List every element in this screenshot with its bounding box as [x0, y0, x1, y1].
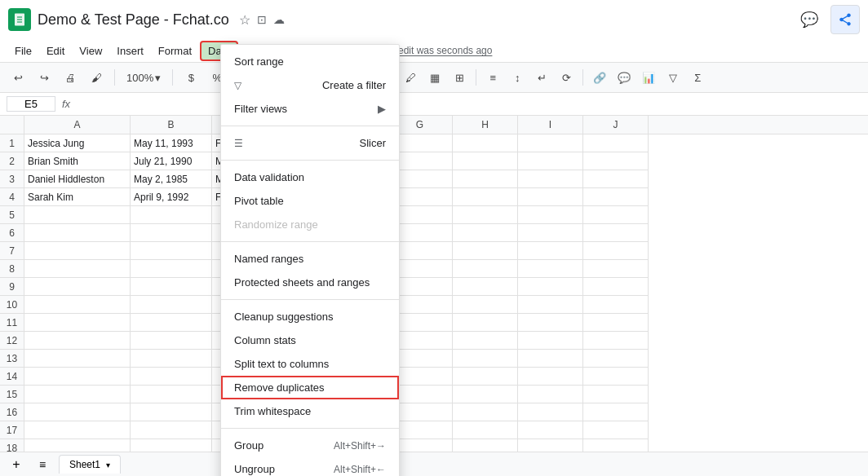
- redo-btn[interactable]: ↪: [33, 66, 55, 89]
- cell-h9[interactable]: [453, 278, 518, 296]
- cell-i2[interactable]: [518, 152, 583, 170]
- cell-a4[interactable]: Sarah Kim: [24, 188, 131, 206]
- link-btn[interactable]: 🔗: [588, 66, 611, 89]
- cell-a16[interactable]: [24, 403, 131, 421]
- cell-h6[interactable]: [453, 224, 518, 242]
- cell-b2[interactable]: July 21, 1990: [131, 152, 212, 170]
- trim-whitespace-item[interactable]: Trim whitespace: [221, 399, 399, 423]
- cell-b10[interactable]: [131, 296, 212, 314]
- cell-a12[interactable]: [24, 332, 131, 350]
- function-btn[interactable]: Σ: [686, 66, 709, 89]
- formula-input[interactable]: [77, 98, 861, 110]
- cell-h8[interactable]: [453, 260, 518, 278]
- cell-a8[interactable]: [24, 260, 131, 278]
- cell-b14[interactable]: [131, 368, 212, 386]
- sheet-list-button[interactable]: ≡: [33, 455, 52, 474]
- cell-i5[interactable]: [518, 206, 583, 224]
- cell-a5[interactable]: [24, 206, 131, 224]
- cell-a14[interactable]: [24, 368, 131, 386]
- cell-j14[interactable]: [583, 368, 649, 386]
- cell-h2[interactable]: [453, 152, 518, 170]
- cleanup-suggestions-item[interactable]: Cleanup suggestions: [221, 305, 399, 328]
- cell-j17[interactable]: [583, 421, 649, 439]
- cell-i3[interactable]: [518, 170, 583, 188]
- cell-h3[interactable]: [453, 170, 518, 188]
- menu-insert[interactable]: Insert: [110, 42, 150, 60]
- pivot-table-item[interactable]: Pivot table: [221, 189, 399, 213]
- cell-b6[interactable]: [131, 224, 212, 242]
- cell-a10[interactable]: [24, 296, 131, 314]
- cell-a15[interactable]: [24, 386, 131, 403]
- chart-btn[interactable]: 📊: [637, 66, 660, 89]
- cell-j13[interactable]: [583, 350, 649, 368]
- valign-btn[interactable]: ↕: [506, 66, 529, 89]
- sort-range-item[interactable]: Sort range: [221, 50, 399, 73]
- col-header-h[interactable]: H: [453, 116, 518, 134]
- filter-btn[interactable]: ▽: [662, 66, 684, 89]
- col-header-a[interactable]: A: [24, 116, 131, 134]
- data-validation-item[interactable]: Data validation: [221, 165, 399, 189]
- cell-h15[interactable]: [453, 386, 518, 403]
- cell-a7[interactable]: [24, 242, 131, 260]
- zoom-selector[interactable]: 100% ▾: [122, 66, 166, 89]
- comment-btn[interactable]: 💬: [795, 5, 824, 34]
- cell-i6[interactable]: [518, 224, 583, 242]
- cell-i1[interactable]: [518, 134, 583, 152]
- menu-view[interactable]: View: [73, 42, 108, 60]
- cell-b3[interactable]: May 2, 1985: [131, 170, 212, 188]
- cell-h16[interactable]: [453, 403, 518, 421]
- cell-b13[interactable]: [131, 350, 212, 368]
- currency-btn[interactable]: $: [179, 66, 202, 89]
- share-btn[interactable]: [830, 5, 860, 34]
- cell-j6[interactable]: [583, 224, 649, 242]
- cell-h7[interactable]: [453, 242, 518, 260]
- cell-j15[interactable]: [583, 386, 649, 403]
- cell-h17[interactable]: [453, 421, 518, 439]
- col-header-b[interactable]: B: [131, 116, 212, 134]
- cell-a6[interactable]: [24, 224, 131, 242]
- cell-a11[interactable]: [24, 314, 131, 332]
- cell-h14[interactable]: [453, 368, 518, 386]
- cell-j8[interactable]: [583, 260, 649, 278]
- cell-h4[interactable]: [453, 188, 518, 206]
- merge-cells-btn[interactable]: ⊞: [448, 66, 471, 89]
- cell-b12[interactable]: [131, 332, 212, 350]
- cell-j12[interactable]: [583, 332, 649, 350]
- cell-j16[interactable]: [583, 403, 649, 421]
- column-stats-item[interactable]: Column stats: [221, 328, 399, 352]
- cell-h11[interactable]: [453, 314, 518, 332]
- cell-b5[interactable]: [131, 206, 212, 224]
- cell-i13[interactable]: [518, 350, 583, 368]
- cell-h5[interactable]: [453, 206, 518, 224]
- cell-i7[interactable]: [518, 242, 583, 260]
- cell-a9[interactable]: [24, 278, 131, 296]
- cell-j9[interactable]: [583, 278, 649, 296]
- cell-b16[interactable]: [131, 403, 212, 421]
- remove-duplicates-item[interactable]: Remove duplicates: [221, 376, 399, 399]
- cell-h1[interactable]: [453, 134, 518, 152]
- cell-a13[interactable]: [24, 350, 131, 368]
- cell-j3[interactable]: [583, 170, 649, 188]
- col-header-i[interactable]: I: [518, 116, 583, 134]
- cell-j11[interactable]: [583, 314, 649, 332]
- split-text-item[interactable]: Split text to columns: [221, 352, 399, 376]
- rotate-btn[interactable]: ⟳: [555, 66, 578, 89]
- cell-b8[interactable]: [131, 260, 212, 278]
- cell-b17[interactable]: [131, 421, 212, 439]
- cell-i11[interactable]: [518, 314, 583, 332]
- cell-a2[interactable]: Brian Smith: [24, 152, 131, 170]
- menu-edit[interactable]: Edit: [40, 42, 71, 60]
- cell-i14[interactable]: [518, 368, 583, 386]
- cell-b9[interactable]: [131, 278, 212, 296]
- cell-h12[interactable]: [453, 332, 518, 350]
- ungroup-item[interactable]: Ungroup Alt+Shift+←: [221, 457, 399, 476]
- named-ranges-item[interactable]: Named ranges: [221, 247, 399, 271]
- col-header-j[interactable]: J: [583, 116, 649, 134]
- cell-i4[interactable]: [518, 188, 583, 206]
- halign-btn[interactable]: ≡: [481, 66, 504, 89]
- cell-j10[interactable]: [583, 296, 649, 314]
- cell-i17[interactable]: [518, 421, 583, 439]
- paint-format-btn[interactable]: 🖌: [85, 66, 108, 89]
- cell-i15[interactable]: [518, 386, 583, 403]
- cell-b4[interactable]: April 9, 1992: [131, 188, 212, 206]
